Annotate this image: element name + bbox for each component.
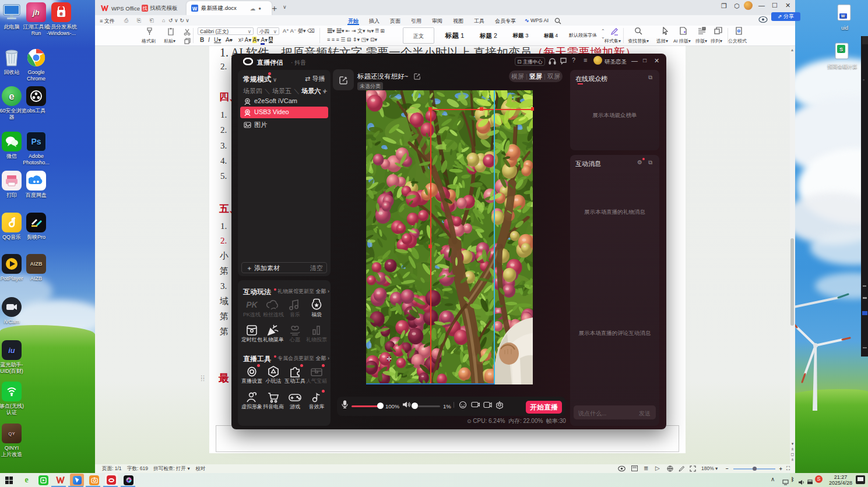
svg-text:e: e <box>59 10 62 16</box>
svg-text:W: W <box>192 6 198 12</box>
svg-text:找: 找 <box>142 6 147 11</box>
svg-text:W: W <box>841 14 845 18</box>
svg-text:S: S <box>839 47 843 52</box>
